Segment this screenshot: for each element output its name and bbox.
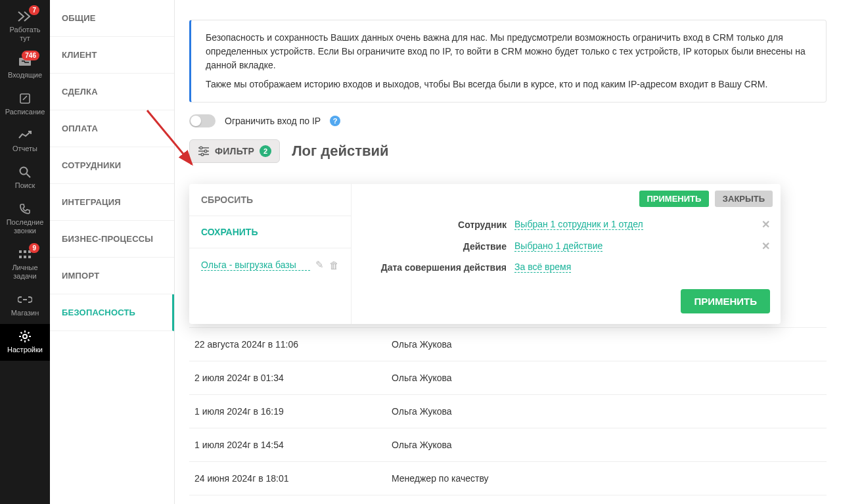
nav-item-edit[interactable]: Расписание — [0, 86, 50, 123]
log-date: 24 июня 2024г в 18:01 — [194, 473, 392, 484]
nav-item-play[interactable]: 7Работатьтут — [0, 4, 50, 49]
nav-item-link[interactable]: Магазин — [0, 287, 50, 324]
badge: 9 — [29, 243, 39, 253]
filter-button[interactable]: ФИЛЬТР 2 — [189, 139, 280, 163]
filter-row-value[interactable]: Выбрано 1 действие — [514, 241, 602, 252]
info-box: Безопасность и сохранность Ваших данных … — [189, 20, 827, 103]
log-row[interactable]: 22 августа 2024г в 11:06Ольга Жукова — [189, 328, 827, 361]
sidebar-item-7[interactable]: ИМПОРТ — [50, 258, 174, 294]
filter-button-label: ФИЛЬТР — [215, 146, 254, 156]
nav-item-phone[interactable]: Последниезвонки — [0, 196, 50, 242]
filter-row-label: Действие — [362, 241, 507, 252]
settings-sidebar: ОБЩИЕКЛИЕНТСДЕЛКАОПЛАТАСОТРУДНИКИИНТЕГРА… — [50, 0, 175, 504]
filter-count-badge: 2 — [260, 145, 271, 157]
nav-item-gear[interactable]: Настройки — [0, 324, 50, 361]
svg-point-14 — [200, 147, 202, 149]
sidebar-item-4[interactable]: СОТРУДНИКИ — [50, 147, 174, 184]
badge: 7 — [29, 5, 39, 15]
filter-row-1: ДействиеВыбрано 1 действие✕ — [352, 235, 781, 257]
svg-rect-5 — [19, 256, 22, 258]
filter-rows: СотрудникВыбран 1 сотрудник и 1 отдел✕Де… — [352, 211, 781, 285]
nav-label: Работатьтут — [10, 26, 41, 43]
log-list: 22 августа 2024г в 12:43Ольга Жукова22 а… — [189, 294, 827, 495]
svg-rect-7 — [24, 256, 26, 258]
filter-reset[interactable]: СБРОСИТЬ — [189, 184, 351, 216]
log-date: 2 июля 2024г в 01:34 — [194, 373, 392, 383]
apply-big-button[interactable]: ПРИМЕНИТЬ — [681, 289, 770, 313]
apply-small-button[interactable]: ПРИМЕНИТЬ — [639, 191, 710, 207]
nav-label: Последниезвонки — [7, 218, 44, 235]
gear-icon — [16, 329, 34, 344]
filter-panel-left: СБРОСИТЬ СОХРАНИТЬ Ольга - выгрузка базы… — [189, 184, 352, 324]
filter-row-2: Дата совершения действияЗа всё время — [352, 257, 781, 277]
saved-filter-row: Ольга - выгрузка базы ✎ 🗑 — [189, 248, 351, 281]
nav-item-tasks[interactable]: 9Личныезадачи — [0, 242, 50, 287]
sidebar-item-8[interactable]: БЕЗОПАСНОСТЬ — [50, 294, 174, 331]
chart-icon — [16, 128, 34, 143]
phone-icon — [16, 202, 34, 216]
saved-filter-link[interactable]: Ольга - выгрузка базы — [201, 260, 310, 271]
nav-label: Входящие — [8, 71, 42, 80]
svg-point-2 — [20, 168, 28, 175]
nav-label: Личныезадачи — [12, 263, 37, 281]
sidebar-item-6[interactable]: БИЗНЕС-ПРОЦЕССЫ — [50, 221, 174, 258]
badge: 746 — [22, 51, 39, 60]
link-icon — [16, 292, 34, 307]
search-icon — [16, 165, 34, 179]
filter-row-label: Дата совершения действия — [362, 262, 507, 273]
svg-line-3 — [27, 174, 31, 178]
log-user: Ольга Жукова — [392, 373, 821, 383]
sliders-icon — [198, 146, 210, 156]
ip-toggle-label: Ограничить вход по IP — [225, 116, 321, 126]
edit-icon — [16, 91, 34, 106]
log-row[interactable]: 24 июня 2024г в 18:01Менеджер по качеств… — [189, 462, 827, 495]
nav-label: Расписание — [5, 108, 45, 116]
log-row[interactable]: 1 июля 2024г в 16:19Ольга Жукова — [189, 395, 827, 428]
filter-panel-right: ПРИМЕНИТЬ ЗАКРЫТЬ СотрудникВыбран 1 сотр… — [352, 184, 781, 324]
pencil-icon[interactable]: ✎ — [315, 259, 324, 271]
svg-rect-6 — [24, 250, 26, 253]
log-user: Ольга Жукова — [392, 406, 821, 417]
log-row[interactable]: 2 июля 2024г в 01:34Ольга Жукова — [189, 361, 827, 395]
filter-bar: ФИЛЬТР 2 Лог действий — [189, 139, 827, 163]
log-user: Менеджер по качеству — [392, 473, 821, 484]
filter-panel: СБРОСИТЬ СОХРАНИТЬ Ольга - выгрузка базы… — [189, 184, 781, 324]
svg-point-10 — [23, 334, 27, 338]
sidebar-item-0[interactable]: ОБЩИЕ — [50, 0, 174, 37]
nav-label: Отчеты — [12, 145, 37, 153]
nav-rail: 7Работатьтут746ВходящиеРасписаниеОтчетыП… — [0, 0, 50, 504]
filter-row-value[interactable]: Выбран 1 сотрудник и 1 отдел — [514, 219, 643, 230]
nav-item-inbox[interactable]: 746Входящие — [0, 49, 50, 86]
ip-toggle-row: Ограничить вход по IP ? — [189, 114, 827, 127]
svg-point-15 — [204, 150, 207, 152]
trash-icon[interactable]: 🗑 — [329, 260, 339, 271]
info-text-2: Также мы отображаем историю входов и вых… — [206, 78, 811, 91]
nav-label: Магазин — [11, 309, 39, 317]
log-date: 1 июля 2024г в 14:54 — [194, 440, 392, 450]
nav-label: Поиск — [15, 181, 35, 190]
filter-row-0: СотрудникВыбран 1 сотрудник и 1 отдел✕ — [352, 214, 781, 235]
filter-panel-top-buttons: ПРИМЕНИТЬ ЗАКРЫТЬ — [352, 184, 781, 211]
svg-rect-4 — [19, 250, 22, 253]
close-small-button[interactable]: ЗАКРЫТЬ — [715, 191, 773, 207]
ip-toggle[interactable] — [189, 114, 216, 127]
info-text-1: Безопасность и сохранность Ваших данных … — [206, 31, 811, 72]
log-user: Ольга Жукова — [392, 339, 821, 350]
sidebar-item-5[interactable]: ИНТЕГРАЦИЯ — [50, 184, 174, 221]
log-date: 1 июля 2024г в 16:19 — [194, 406, 392, 417]
log-user: Ольга Жукова — [392, 440, 821, 450]
log-title: Лог действий — [292, 143, 388, 160]
sidebar-item-3[interactable]: ОПЛАТА — [50, 110, 174, 147]
clear-icon[interactable]: ✕ — [761, 218, 770, 231]
clear-icon[interactable]: ✕ — [761, 240, 770, 252]
nav-label: Настройки — [7, 346, 43, 354]
sidebar-item-2[interactable]: СДЕЛКА — [50, 74, 174, 110]
log-row[interactable]: 1 июля 2024г в 14:54Ольга Жукова — [189, 428, 827, 462]
help-icon[interactable]: ? — [330, 116, 340, 126]
main: Безопасность и сохранность Ваших данных … — [175, 0, 841, 504]
filter-row-value[interactable]: За всё время — [514, 262, 571, 273]
sidebar-item-1[interactable]: КЛИЕНТ — [50, 37, 174, 74]
nav-item-chart[interactable]: Отчеты — [0, 123, 50, 160]
filter-save[interactable]: СОХРАНИТЬ — [189, 216, 351, 248]
nav-item-search[interactable]: Поиск — [0, 160, 50, 196]
